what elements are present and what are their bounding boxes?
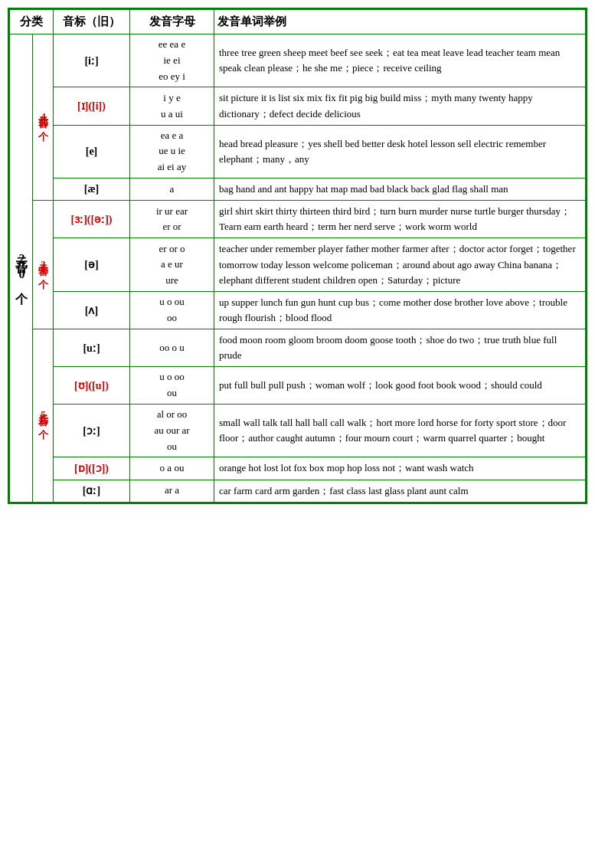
word-examples: orange hot lost lot fox box mop hop loss… <box>214 457 586 480</box>
letter-patterns: ar a <box>130 480 214 502</box>
phonetic-symbol: [iː] <box>54 34 130 87</box>
sub-group-label: 前元音4个 <box>33 34 54 201</box>
word-examples: three tree green sheep meet beef see see… <box>214 34 586 87</box>
letter-patterns: ir ur earer or <box>130 201 214 238</box>
phonetic-symbol: [ə] <box>54 238 130 291</box>
sub-group-label: 中元音3个 <box>33 201 54 329</box>
phonetics-table: 分类 音标（旧） 发音字母 发音单词举例 元音20个前元音4个[iː]ee ea… <box>8 8 587 504</box>
word-examples: head bread pleasure；yes shell bed better… <box>214 125 586 178</box>
phonetic-symbol: [e] <box>54 125 130 178</box>
main-group-label: 元音20个 <box>10 34 33 503</box>
phonetic-symbol: [uː] <box>54 329 130 367</box>
letter-patterns: al or ooau our arou <box>130 405 214 457</box>
word-examples: sit picture it is list six mix fix fit p… <box>214 87 586 125</box>
word-examples: car farm card arm garden；fast class last… <box>214 480 586 502</box>
letter-patterns: o a ou <box>130 457 214 480</box>
letter-patterns: u o ooou <box>130 367 214 405</box>
phonetic-symbol: [ɑː] <box>54 480 130 502</box>
phonetic-symbol: [ɔː] <box>54 405 130 457</box>
letter-patterns: ea e aue u ieai ei ay <box>130 125 214 178</box>
header-letters: 发音字母 <box>130 10 214 34</box>
word-examples: up supper lunch fun gun hunt cup bus；com… <box>214 291 586 329</box>
word-examples: girl shirt skirt thirty thirteen third b… <box>214 201 586 238</box>
phonetic-symbol: [æ] <box>54 179 130 201</box>
sub-group-label: 后元音5个 <box>33 329 54 503</box>
letter-patterns: a <box>130 179 214 201</box>
phonetic-symbol: [ɪ]([i]) <box>54 87 130 125</box>
word-examples: bag hand and ant happy hat map mad bad b… <box>214 179 586 201</box>
letter-patterns: oo o u <box>130 329 214 367</box>
letter-patterns: u o ouoo <box>130 291 214 329</box>
word-examples: food moon room gloom broom doom goose to… <box>214 329 586 367</box>
header-phonetic: 音标（旧） <box>54 10 130 34</box>
word-examples: put full bull pull push；woman wolf；look … <box>214 367 586 405</box>
header-classify: 分类 <box>10 10 54 34</box>
phonetic-symbol: [ɜː]([əː]) <box>54 201 130 238</box>
phonetic-symbol: [ʊ]([u]) <box>54 367 130 405</box>
letter-patterns: i y eu a ui <box>130 87 214 125</box>
letter-patterns: er or oa e urure <box>130 238 214 291</box>
phonetic-symbol: [ʌ] <box>54 291 130 329</box>
word-examples: small wall talk tall hall ball call walk… <box>214 405 586 457</box>
phonetic-symbol: [ɒ]([ɔ]) <box>54 457 130 480</box>
word-examples: teacher under remember player father mot… <box>214 238 586 291</box>
header-examples: 发音单词举例 <box>214 10 586 34</box>
letter-patterns: ee ea eie eieo ey i <box>130 34 214 87</box>
